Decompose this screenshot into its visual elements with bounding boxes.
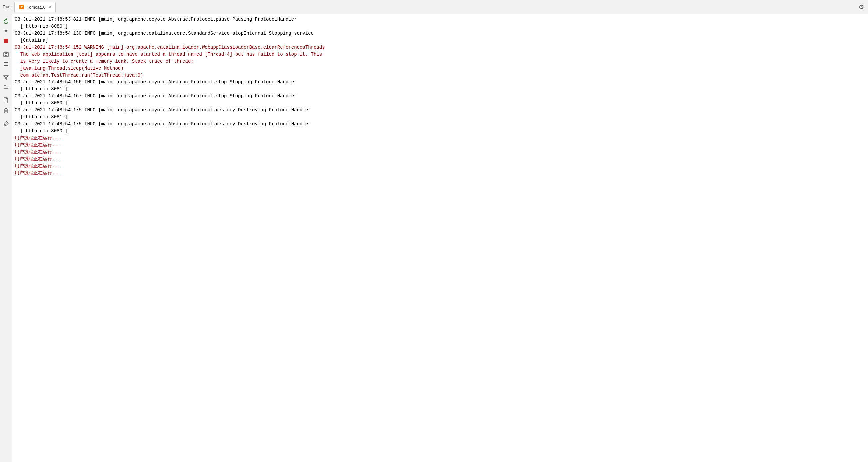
svg-marker-3 <box>4 30 8 32</box>
snapshot-button[interactable] <box>1 49 11 59</box>
log-line: 用户线程正在运行... <box>14 149 865 156</box>
log-line: ["http-nio-8080"] <box>14 100 865 107</box>
svg-line-25 <box>5 123 7 125</box>
svg-marker-2 <box>6 18 7 21</box>
tab-bar: Run: T Tomcat10 × ⚙ <box>0 0 868 14</box>
log-line: 用户线程正在运行... <box>14 142 865 149</box>
stop-button[interactable] <box>1 36 11 45</box>
log-line: com.stefan.TestThread.run(TestThread.jav… <box>14 72 865 79</box>
log-line: ["http-nio-8081"] <box>14 114 865 121</box>
separator-1 <box>1 46 11 49</box>
page-button[interactable] <box>1 96 11 105</box>
log-line: 03-Jul-2021 17:48:53.821 INFO [main] org… <box>14 16 865 23</box>
rerun-button[interactable] <box>1 16 11 25</box>
svg-rect-5 <box>3 53 9 56</box>
stop-icon <box>3 38 9 43</box>
svg-point-6 <box>5 54 7 56</box>
rerun-icon <box>3 18 9 24</box>
down-arrow-icon <box>3 28 9 34</box>
sort-button[interactable] <box>1 83 11 92</box>
svg-rect-7 <box>4 62 8 63</box>
filter-button[interactable] <box>1 72 11 82</box>
separator-4 <box>1 116 11 118</box>
pin-button[interactable] <box>1 119 11 128</box>
left-toolbar <box>0 14 12 462</box>
svg-rect-4 <box>4 38 8 42</box>
svg-text:T: T <box>21 6 23 9</box>
log-line: The web application [test] appears to ha… <box>14 51 865 58</box>
log-line: ["http-nio-8081"] <box>14 86 865 93</box>
log-line: 03-Jul-2021 17:48:54.175 INFO [main] org… <box>14 107 865 114</box>
run-label: Run: <box>3 4 12 9</box>
list-icon <box>3 61 9 67</box>
ide-window: Run: T Tomcat10 × ⚙ <box>0 0 868 462</box>
log-line: 用户线程正在运行... <box>14 156 865 163</box>
svg-marker-10 <box>4 75 8 80</box>
tab-name: Tomcat10 <box>27 5 45 10</box>
main-area: 03-Jul-2021 17:48:53.821 INFO [main] org… <box>0 14 868 462</box>
trash-icon <box>3 107 9 114</box>
log-line: ["http-nio-8080"] <box>14 128 865 135</box>
svg-rect-18 <box>4 109 8 113</box>
log-line: 03-Jul-2021 17:48:54.130 INFO [main] org… <box>14 30 865 37</box>
svg-rect-9 <box>4 65 8 65</box>
log-line: is very likely to create a memory leak. … <box>14 58 865 65</box>
filter-icon <box>3 74 9 80</box>
separator-2 <box>1 69 11 72</box>
run-tab[interactable]: T Tomcat10 × <box>14 2 55 12</box>
pin-icon <box>3 121 9 127</box>
log-line: 03-Jul-2021 17:48:54.167 INFO [main] org… <box>14 93 865 100</box>
log-line: 用户线程正在运行... <box>14 163 865 170</box>
log-line: 用户线程正在运行... <box>14 135 865 142</box>
delete-button[interactable] <box>1 106 11 115</box>
list-button[interactable] <box>1 59 11 68</box>
sort-icon <box>3 84 9 90</box>
log-line: 03-Jul-2021 17:48:54.175 INFO [main] org… <box>14 121 865 128</box>
separator-3 <box>1 92 11 95</box>
svg-rect-8 <box>4 64 8 64</box>
camera-icon <box>3 51 9 57</box>
log-line: 03-Jul-2021 17:48:54.152 WARNING [main] … <box>14 44 865 51</box>
scroll-down-button[interactable] <box>1 26 11 35</box>
log-line: [Catalina] <box>14 37 865 44</box>
console-output[interactable]: 03-Jul-2021 17:48:53.821 INFO [main] org… <box>12 14 868 462</box>
log-line: java.lang.Thread.sleep(Native Method) <box>14 65 865 72</box>
log-line: 03-Jul-2021 17:48:54.156 INFO [main] org… <box>14 79 865 86</box>
page-icon <box>3 97 9 103</box>
log-line: ["http-nio-8080"] <box>14 23 865 30</box>
tomcat-icon: T <box>19 4 25 10</box>
tab-close-button[interactable]: × <box>49 5 51 9</box>
settings-icon[interactable]: ⚙ <box>859 3 864 11</box>
log-line: 用户线程正在运行... <box>14 170 865 177</box>
